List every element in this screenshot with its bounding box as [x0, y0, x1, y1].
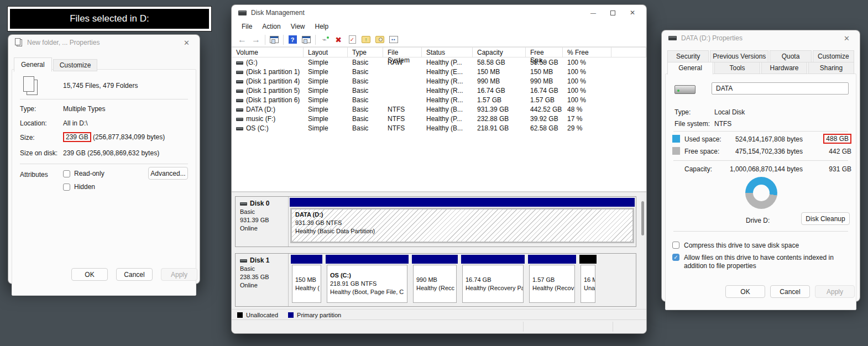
compress-checkbox[interactable] [672, 242, 679, 249]
free-space-swatch [672, 147, 680, 155]
volume-label-input[interactable]: DATA [712, 82, 849, 95]
size-on-disk-value: 239 GB (256,908,869,632 bytes) [63, 149, 159, 157]
volume-row[interactable]: (Disk 1 partition 6)SimpleBasicHealthy (… [232, 95, 646, 104]
hidden-checkbox[interactable] [63, 184, 70, 191]
folder-properties-buttons: OK Cancel Apply [71, 268, 197, 281]
advanced-button[interactable]: Advanced... [148, 167, 188, 180]
disk1-partition-1[interactable]: 150 MB Healthy ( [290, 254, 323, 305]
vertical-scrollbar[interactable] [641, 195, 644, 308]
volume-row[interactable]: DATA (D:)SimpleBasicNTFSHealthy (B...931… [232, 104, 646, 114]
screwdriver-icon[interactable]: ⌁ [320, 35, 330, 44]
disk1-partition-os-c[interactable]: OS (C:) 218.91 GB NTFS Healthy (Boot, Pa… [325, 254, 410, 305]
status-bar [232, 319, 646, 333]
free-space-size: 442 GB [818, 148, 851, 155]
cancel-button[interactable]: Cancel [770, 285, 810, 298]
tab-general[interactable]: General [14, 57, 52, 72]
volume-row[interactable]: music (F:)SimpleBasicNTFSHealthy (P...23… [232, 114, 646, 123]
primary-swatch [288, 312, 294, 318]
menu-view[interactable]: View [286, 22, 310, 32]
folder-explore-icon[interactable] [375, 35, 385, 44]
papers-icon [15, 38, 23, 47]
disk0-label[interactable]: Disk 0 Basic 931.39 GB Online [236, 197, 289, 247]
index-checkbox[interactable]: ✓ [672, 254, 679, 261]
back-icon[interactable]: ← [237, 35, 247, 44]
menu-file[interactable]: File [237, 22, 257, 32]
tab-security[interactable]: Security [667, 50, 709, 62]
col-layout[interactable]: Layout [304, 48, 348, 57]
readonly-checkbox[interactable] [63, 170, 70, 177]
files-icon [23, 76, 38, 95]
col-capacity[interactable]: Capacity [473, 48, 526, 57]
tab-previous-versions[interactable]: Previous Versions [710, 50, 768, 62]
tab-general[interactable]: General [667, 62, 713, 75]
forward-icon[interactable]: → [251, 35, 261, 44]
disk1-partition-3[interactable]: 990 MB Healthy (Recc [411, 254, 459, 305]
disk-management-icon [238, 11, 247, 15]
compress-label: Compress this drive to save disk space [684, 242, 799, 250]
tab-customize[interactable]: Customize [813, 50, 854, 62]
drive-properties-buttons: OK Cancel Apply [725, 285, 855, 298]
close-icon[interactable]: ✕ [180, 38, 193, 48]
delete-volume-icon[interactable]: ✖ [333, 35, 343, 44]
compress-row: Compress this drive to save disk space [672, 242, 850, 250]
tab-hardware[interactable]: Hardware [761, 62, 807, 74]
close-icon[interactable]: ✕ [630, 9, 635, 17]
disk0-partition-data-d[interactable]: DATA (D:) 931.39 GB NTFS Healthy (Basic … [289, 197, 636, 245]
toolbar: ← → ? ⌁ ✖ ✓ ↑ ▪▪ [232, 33, 646, 47]
show-console-tree-icon[interactable] [269, 35, 279, 44]
tab-quota[interactable]: Quota [770, 50, 811, 62]
legend-bar: Unallocated Primary partition [232, 309, 646, 320]
menu-help[interactable]: Help [311, 22, 333, 32]
volume-row[interactable]: (Disk 1 partition 4)SimpleBasicHealthy (… [232, 76, 646, 86]
index-label: Allow files on this drive to have conten… [684, 254, 850, 270]
maximize-icon[interactable] [610, 11, 615, 15]
disk1-unallocated[interactable]: 16 M Unal [578, 254, 598, 305]
volume-icon [236, 127, 243, 130]
volume-row[interactable]: (G:)SimpleBasicRAWHealthy (P...58.58 GB5… [232, 57, 646, 67]
col-freespace[interactable]: Free Spa... [526, 48, 563, 57]
disk0-row: Disk 0 Basic 931.39 GB Online DATA (D:) … [235, 196, 636, 247]
drive-properties-titlebar: DATA (D:) Properties ✕ [662, 30, 860, 46]
cancel-button[interactable]: Cancel [116, 268, 153, 281]
apply-button[interactable]: Apply [161, 268, 197, 281]
col-filesystem[interactable]: File System [383, 48, 422, 57]
volume-name: (Disk 1 partition 1) [232, 68, 304, 76]
ok-button[interactable]: OK [71, 268, 108, 281]
capacity-label: Capacity: [684, 165, 712, 173]
tab-tools[interactable]: Tools [714, 62, 760, 74]
tab-customize[interactable]: Customize [53, 59, 98, 71]
minimize-icon[interactable]: — [590, 10, 596, 16]
disk-cleanup-button[interactable]: Disk Cleanup [801, 212, 850, 225]
caption-banner: Files selected in D: [8, 7, 211, 31]
hidden-label: Hidden [74, 183, 95, 191]
volume-icon [236, 99, 243, 102]
check-document-icon[interactable]: ✓ [347, 35, 357, 44]
volume-row[interactable]: (Disk 1 partition 5)SimpleBasicHealthy (… [232, 86, 646, 95]
disk1-partition-4[interactable]: 16.74 GB Healthy (Recovery Pa [460, 254, 526, 305]
properties-list-icon[interactable]: ▪▪ [389, 35, 399, 44]
disk1-label[interactable]: Disk 1 Basic 238.35 GB Online [236, 254, 289, 306]
col-pctfree[interactable]: % Free [563, 48, 611, 57]
col-status[interactable]: Status [422, 48, 473, 57]
volume-icon [236, 80, 243, 83]
col-volume[interactable]: Volume [232, 48, 304, 57]
filesystem-value: NTFS [714, 120, 731, 128]
show-action-pane-icon[interactable] [301, 35, 311, 44]
volume-icon [236, 118, 243, 121]
drive-properties-back-tabs: Security Previous Versions Quota Customi… [667, 50, 855, 62]
type-label: Type: [674, 108, 691, 116]
disk1-partition-5[interactable]: 1.57 GB Healthy (Recov [527, 254, 577, 305]
volume-row[interactable]: OS (C:)SimpleBasicNTFSHealthy (B...218.9… [232, 123, 646, 133]
folder-up-icon[interactable]: ↑ [361, 35, 371, 44]
volume-row[interactable]: (Disk 1 partition 1)SimpleBasicHealthy (… [232, 67, 646, 76]
unallocated-swatch [237, 312, 243, 318]
tab-sharing[interactable]: Sharing [808, 62, 854, 74]
menu-action[interactable]: Action [258, 22, 285, 32]
ok-button[interactable]: OK [725, 285, 765, 298]
close-icon[interactable]: ✕ [840, 33, 853, 44]
apply-button[interactable]: Apply [815, 285, 855, 298]
col-type[interactable]: Type [348, 48, 383, 57]
col-blank[interactable] [611, 48, 646, 57]
help-icon[interactable]: ? [287, 35, 297, 44]
legend-unallocated: Unallocated [237, 312, 278, 318]
